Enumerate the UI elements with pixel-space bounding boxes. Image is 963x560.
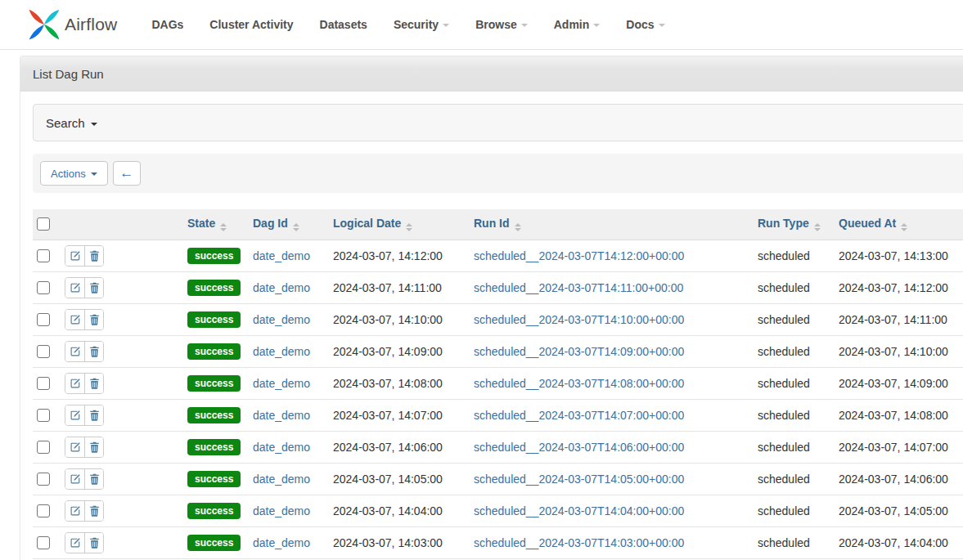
delete-record-button[interactable] <box>84 501 103 521</box>
row-actions-cell <box>61 271 183 303</box>
edit-record-button[interactable] <box>65 246 84 266</box>
edit-record-button[interactable] <box>65 533 84 553</box>
row-checkbox[interactable] <box>37 313 50 326</box>
row-checkbox[interactable] <box>37 473 50 486</box>
run-id-link[interactable]: scheduled__2024-03-07T14:07:00+00:00 <box>474 409 684 422</box>
nav-item-security[interactable]: Security <box>380 0 462 49</box>
dag-id-link[interactable]: date_demo <box>253 345 310 358</box>
row-action-button-group <box>65 341 104 362</box>
column-header-run-type[interactable]: Run Type <box>754 209 835 240</box>
column-header-state[interactable]: State <box>183 209 249 240</box>
dag-id-link[interactable]: date_demo <box>253 281 310 294</box>
delete-record-button[interactable] <box>84 342 103 361</box>
run-id-link[interactable]: scheduled__2024-03-07T14:10:00+00:00 <box>474 313 684 326</box>
row-checkbox[interactable] <box>37 249 50 262</box>
column-header-label: State <box>187 217 215 230</box>
table-row: success date_demo 2024-03-07, 14:12:00 s… <box>33 240 963 271</box>
run-id-link[interactable]: scheduled__2024-03-07T14:03:00+00:00 <box>474 536 684 549</box>
column-header-logical-date[interactable]: Logical Date <box>329 209 470 240</box>
run-type-cell: scheduled <box>754 463 835 495</box>
delete-record-button[interactable] <box>84 405 103 425</box>
row-checkbox[interactable] <box>37 536 50 549</box>
row-action-button-group <box>65 500 104 522</box>
nav-item-admin[interactable]: Admin <box>541 0 614 49</box>
edit-pencil-square-icon <box>70 473 81 485</box>
chevron-down-icon <box>443 24 449 27</box>
dag-id-link[interactable]: date_demo <box>253 409 310 422</box>
delete-record-button[interactable] <box>84 533 103 553</box>
edit-record-button[interactable] <box>65 405 84 425</box>
search-label: Search <box>46 116 85 130</box>
edit-record-button[interactable] <box>65 437 84 457</box>
select-all-header-cell <box>33 209 61 240</box>
trash-icon <box>89 473 100 485</box>
row-checkbox[interactable] <box>37 377 50 390</box>
edit-pencil-square-icon <box>70 378 81 389</box>
dag-id-link[interactable]: date_demo <box>253 249 310 262</box>
nav-item-browse[interactable]: Browse <box>462 0 541 49</box>
row-action-button-group <box>65 405 104 426</box>
row-checkbox[interactable] <box>37 409 50 422</box>
edit-record-button[interactable] <box>65 469 84 489</box>
state-cell: success <box>183 367 249 399</box>
dag-id-link[interactable]: date_demo <box>253 313 310 326</box>
edit-record-button[interactable] <box>65 278 84 298</box>
logical-date-cell: 2024-03-07, 14:09:00 <box>329 335 470 367</box>
run-id-cell: scheduled__2024-03-07T14:12:00+00:00 <box>470 240 754 271</box>
dag-id-link[interactable]: date_demo <box>253 473 310 486</box>
column-header-run-id[interactable]: Run Id <box>470 209 754 240</box>
dag-id-cell: date_demo <box>249 526 329 558</box>
row-checkbox[interactable] <box>37 441 50 454</box>
dag-id-link[interactable]: date_demo <box>253 504 310 517</box>
edit-record-button[interactable] <box>65 342 84 361</box>
delete-record-button[interactable] <box>84 437 103 457</box>
run-id-link[interactable]: scheduled__2024-03-07T14:08:00+00:00 <box>474 377 684 390</box>
trash-icon <box>89 314 100 325</box>
row-checkbox[interactable] <box>37 504 50 517</box>
run-id-link[interactable]: scheduled__2024-03-07T14:11:00+00:00 <box>474 281 683 294</box>
edit-record-button[interactable] <box>65 310 84 329</box>
run-id-cell: scheduled__2024-03-07T14:09:00+00:00 <box>470 335 754 367</box>
run-id-link[interactable]: scheduled__2024-03-07T14:09:00+00:00 <box>474 345 684 358</box>
row-checkbox[interactable] <box>37 281 50 294</box>
chevron-down-icon <box>659 24 665 27</box>
row-checkbox[interactable] <box>37 345 50 358</box>
run-id-link[interactable]: scheduled__2024-03-07T14:04:00+00:00 <box>474 504 684 517</box>
delete-record-button[interactable] <box>84 374 103 393</box>
nav-item-datasets[interactable]: Datasets <box>307 0 380 49</box>
delete-record-button[interactable] <box>84 310 103 329</box>
queued-at-cell: 2024-03-07, 14:09:00 <box>835 367 963 399</box>
dag-id-cell: date_demo <box>249 431 329 463</box>
back-button[interactable]: ← <box>113 161 141 186</box>
actions-button-label: Actions <box>51 168 86 180</box>
dag-id-link[interactable]: date_demo <box>253 377 310 390</box>
run-id-link[interactable]: scheduled__2024-03-07T14:05:00+00:00 <box>474 473 684 486</box>
row-actions-cell <box>61 526 183 558</box>
nav-item-docs[interactable]: Docs <box>613 0 677 49</box>
logical-date-cell: 2024-03-07, 14:06:00 <box>329 431 470 463</box>
run-id-link[interactable]: scheduled__2024-03-07T14:06:00+00:00 <box>474 441 684 454</box>
table-row: success date_demo 2024-03-07, 14:07:00 s… <box>33 399 963 431</box>
select-all-checkbox[interactable] <box>37 217 50 231</box>
edit-pencil-square-icon <box>70 410 81 421</box>
chevron-down-icon <box>91 172 97 176</box>
column-header-queued-at[interactable]: Queued At <box>835 209 963 240</box>
column-header-dag-id[interactable]: Dag Id <box>249 209 329 240</box>
actions-toolbar: Actions ← <box>33 154 963 193</box>
dag-id-link[interactable]: date_demo <box>253 441 310 454</box>
edit-pencil-square-icon <box>70 250 81 262</box>
nav-item-dags[interactable]: DAGs <box>138 0 196 49</box>
airflow-brand-link[interactable]: Airflow <box>27 7 117 42</box>
dag-id-link[interactable]: date_demo <box>253 536 310 549</box>
delete-record-button[interactable] <box>84 246 103 266</box>
delete-record-button[interactable] <box>84 469 103 489</box>
search-accordion-toggle[interactable]: Search <box>33 104 963 141</box>
run-type-cell: scheduled <box>754 367 835 399</box>
edit-record-button[interactable] <box>65 501 84 521</box>
actions-dropdown-button[interactable]: Actions <box>40 161 108 186</box>
table-row: success date_demo 2024-03-07, 14:05:00 s… <box>33 463 963 495</box>
run-id-link[interactable]: scheduled__2024-03-07T14:12:00+00:00 <box>474 249 684 262</box>
nav-item-cluster-activity[interactable]: Cluster Activity <box>196 0 306 49</box>
edit-record-button[interactable] <box>65 374 84 393</box>
delete-record-button[interactable] <box>84 278 103 298</box>
